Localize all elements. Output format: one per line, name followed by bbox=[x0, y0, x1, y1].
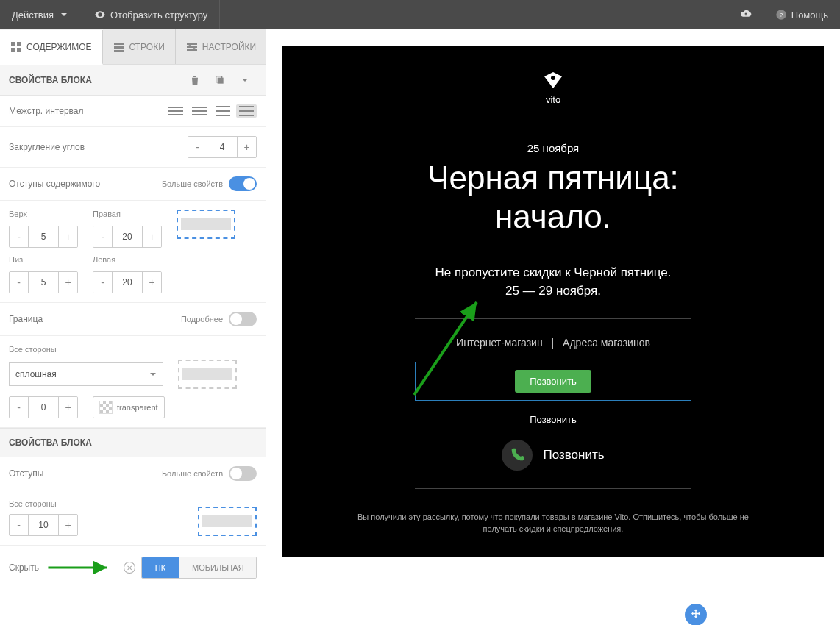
selected-button-block[interactable]: Позвонить bbox=[415, 362, 691, 401]
right-label: Правая bbox=[93, 210, 162, 218]
decrement-button[interactable]: - bbox=[188, 137, 207, 157]
call-button[interactable]: Позвонить bbox=[515, 370, 591, 393]
email-subtext: Не пропустите скидки к Черной пятнице. 2… bbox=[282, 263, 824, 301]
top-label: Верх bbox=[9, 210, 78, 218]
block-props-header-2: СВОЙСТВА БЛОКА bbox=[0, 428, 266, 457]
chevron-down-icon bbox=[58, 9, 70, 21]
increment-button[interactable]: + bbox=[237, 137, 256, 157]
border-radius-stepper[interactable]: - + bbox=[188, 136, 257, 158]
border-width-input[interactable] bbox=[29, 397, 58, 418]
rows-icon bbox=[113, 41, 125, 53]
vito-logo-icon bbox=[544, 72, 562, 88]
padding-right-stepper[interactable]: -+ bbox=[93, 226, 162, 248]
svg-rect-2 bbox=[11, 42, 15, 46]
link-shop[interactable]: Интернет-магазин bbox=[453, 337, 546, 349]
border-label: Граница bbox=[9, 314, 181, 324]
svg-rect-4 bbox=[11, 48, 15, 52]
line-height-looser[interactable] bbox=[236, 104, 257, 118]
tab-settings-label: НАСТРОЙКИ bbox=[202, 42, 256, 52]
details-label: Подробнее bbox=[181, 315, 223, 324]
tab-content-label: СОДЕРЖИМОЕ bbox=[26, 42, 92, 52]
collapse-button[interactable] bbox=[232, 68, 257, 93]
panel-tabs: СОДЕРЖИМОЕ СТРОКИ НАСТРОЙКИ bbox=[0, 29, 266, 65]
hide-device-segment: ПК ПК МОБИЛЬНАЯ bbox=[141, 557, 257, 579]
all-sides-label: Все стороны bbox=[9, 345, 257, 354]
padding-right-input[interactable] bbox=[113, 226, 142, 247]
show-structure-button[interactable]: Отобразить структуру bbox=[82, 0, 220, 29]
padding-left-stepper[interactable]: -+ bbox=[93, 271, 162, 293]
top-bar: Действия Отобразить структуру ? Помощь bbox=[0, 0, 840, 29]
content-padding-row: Отступы содержимого Больше свойств bbox=[0, 168, 266, 201]
move-handle[interactable] bbox=[685, 604, 707, 625]
margin-stepper[interactable]: -+ bbox=[9, 514, 78, 536]
svg-rect-5 bbox=[17, 48, 21, 52]
padding-bottom-input[interactable] bbox=[29, 272, 58, 293]
padding-bottom-stepper[interactable]: -+ bbox=[9, 271, 78, 293]
tab-settings[interactable]: НАСТРОЙКИ bbox=[176, 29, 266, 64]
svg-rect-8 bbox=[114, 50, 124, 52]
email-footer: Вы получили эту рассылку, потому что пок… bbox=[282, 511, 824, 535]
email-body[interactable]: vito 25 ноября Черная пятница: начало. Н… bbox=[282, 46, 824, 557]
hide-mobile-button[interactable]: МОБИЛЬНАЯ bbox=[179, 557, 257, 578]
padding-top-stepper[interactable]: -+ bbox=[9, 226, 78, 248]
all-sides-label-2: Все стороны bbox=[9, 499, 78, 508]
margin-row: Отступы Больше свойств bbox=[0, 457, 266, 490]
border-color-picker[interactable]: transparent bbox=[93, 396, 165, 418]
cloud-upload-button[interactable] bbox=[728, 0, 764, 29]
block-props-header: СВОЙСТВА БЛОКА bbox=[0, 65, 266, 96]
divider-2 bbox=[415, 488, 691, 489]
call-icon-row: Позвонить bbox=[282, 440, 824, 471]
margin-more-toggle[interactable] bbox=[229, 466, 257, 481]
delete-block-button[interactable] bbox=[182, 68, 207, 93]
border-radius-row: Закругление углов - + bbox=[0, 127, 266, 168]
border-style-select[interactable]: сплошная bbox=[9, 362, 163, 386]
block-props-title: СВОЙСТВА БЛОКА bbox=[9, 75, 92, 85]
border-radius-input[interactable] bbox=[207, 137, 237, 157]
help-icon: ? bbox=[775, 9, 787, 21]
properties-panel: СОДЕРЖИМОЕ СТРОКИ НАСТРОЙКИ СВОЙСТВА БЛО… bbox=[0, 29, 266, 625]
call-text: Позвонить bbox=[543, 448, 604, 463]
svg-point-13 bbox=[193, 46, 196, 49]
hero-heading: Черная пятница: начало. bbox=[282, 159, 824, 237]
duplicate-block-button[interactable] bbox=[207, 68, 232, 93]
tab-rows-label: СТРОКИ bbox=[129, 42, 165, 52]
border-width-stepper[interactable]: -+ bbox=[9, 396, 78, 418]
email-canvas[interactable]: vito 25 ноября Черная пятница: начало. Н… bbox=[266, 29, 840, 625]
link-stores[interactable]: Адреса магазинов bbox=[560, 337, 653, 349]
more-props-toggle[interactable] bbox=[229, 176, 257, 191]
tab-rows[interactable]: СТРОКИ bbox=[103, 29, 176, 64]
margin-input[interactable] bbox=[29, 515, 58, 535]
svg-point-18 bbox=[551, 76, 555, 80]
padding-group: Верх -+ Низ -+ Правая -+ Левая -+ bbox=[0, 201, 266, 303]
svg-point-14 bbox=[188, 49, 191, 51]
left-label: Левая bbox=[93, 255, 162, 264]
svg-point-12 bbox=[188, 43, 191, 46]
divider bbox=[415, 318, 691, 319]
bottom-label: Низ bbox=[9, 255, 78, 264]
unsubscribe-link[interactable]: Отпишитесь bbox=[633, 512, 679, 521]
line-height-tight[interactable] bbox=[165, 104, 186, 118]
cloud-icon bbox=[740, 9, 752, 21]
call-link[interactable]: Позвонить bbox=[282, 414, 824, 425]
margin-preview bbox=[198, 507, 257, 536]
hide-row: Скрыть ✕ ПК ПК МОБИЛЬНАЯ bbox=[0, 546, 266, 589]
brand-name: vito bbox=[282, 94, 824, 105]
line-height-label: Межстр. интервал bbox=[9, 106, 165, 116]
hide-label: Скрыть bbox=[9, 562, 39, 573]
border-details-toggle[interactable] bbox=[229, 312, 257, 326]
eye-icon bbox=[94, 9, 106, 21]
tab-content[interactable]: СОДЕРЖИМОЕ bbox=[0, 30, 103, 65]
clear-hide-icon[interactable]: ✕ bbox=[124, 562, 135, 574]
padding-preview bbox=[177, 210, 235, 239]
hide-pc-button[interactable]: ПК bbox=[142, 557, 179, 578]
content-padding-label: Отступы содержимого bbox=[9, 179, 162, 189]
svg-rect-3 bbox=[17, 42, 21, 46]
actions-dropdown[interactable]: Действия bbox=[0, 0, 82, 29]
line-height-normal[interactable] bbox=[189, 104, 210, 118]
padding-left-input[interactable] bbox=[113, 272, 142, 293]
padding-top-input[interactable] bbox=[29, 226, 58, 247]
more-props-label: Больше свойств bbox=[162, 179, 223, 188]
help-button[interactable]: ? Помощь bbox=[764, 0, 840, 29]
svg-line-19 bbox=[414, 302, 477, 395]
line-height-loose[interactable] bbox=[213, 104, 233, 118]
